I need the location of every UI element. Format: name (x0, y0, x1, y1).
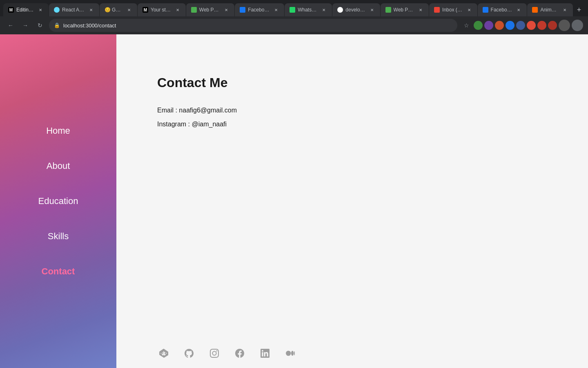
github-icon[interactable] (183, 347, 196, 360)
tab-favicon-facebook (240, 7, 245, 13)
facebook-icon[interactable] (233, 347, 246, 360)
page-layout: Home About Education Skills Contact Cont… (0, 34, 588, 368)
tab-title-inbox: Inbox (7... (442, 7, 463, 13)
tab-close-your-sto[interactable]: ✕ (174, 7, 181, 13)
tab-close-animate[interactable]: ✕ (561, 7, 568, 13)
tab-title-whatsapp: WhatsA... (298, 7, 318, 13)
content-area: Contact Me Email : naafig6@gmail.com Ins… (116, 34, 588, 339)
browser-chrome: M Editing... ✕ React Ap... ✕ 😊 Get... ✕ … (0, 0, 588, 34)
ext-icon-8[interactable] (548, 21, 557, 30)
back-button[interactable]: ← (5, 20, 16, 31)
page-title: Contact Me (157, 75, 564, 90)
tab-title-facebook: Faceboo... (248, 7, 270, 13)
ext-icon-5[interactable] (516, 21, 525, 30)
tab-close-get[interactable]: ✕ (126, 7, 132, 13)
tab-title-animate: Animat... (540, 7, 559, 13)
reload-button[interactable]: ↻ (34, 20, 46, 31)
main-content: Contact Me Email : naafig6@gmail.com Ins… (116, 34, 588, 368)
tab-fb2[interactable]: Faceboo... ✕ (478, 3, 527, 16)
tab-favicon-webpc (191, 7, 197, 13)
tab-favicon-editing: M (8, 7, 14, 13)
tab-animate[interactable]: Animat... ✕ (527, 3, 573, 16)
account-icon[interactable] (572, 20, 583, 31)
tab-close-facebook[interactable]: ✕ (273, 7, 279, 13)
tab-editing[interactable]: M Editing... ✕ (3, 3, 49, 16)
tab-bar: M Editing... ✕ React Ap... ✕ 😊 Get... ✕ … (0, 0, 588, 16)
tab-favicon-whatsapp (290, 7, 295, 13)
new-tab-button[interactable]: + (573, 4, 585, 16)
bookmark-icon[interactable]: ☆ (461, 20, 472, 31)
tab-favicon-fb2 (483, 7, 488, 13)
tab-close-editing[interactable]: ✕ (37, 7, 44, 13)
ext-icon-3[interactable] (495, 21, 504, 30)
nav-item-education[interactable]: Education (0, 184, 116, 219)
toolbar-icons: ☆ (461, 20, 583, 31)
tab-close-develop[interactable]: ✕ (369, 7, 375, 13)
tab-title-get: 😊 Get... (105, 7, 123, 13)
tab-whatsapp[interactable]: WhatsA... ✕ (285, 3, 332, 16)
nav-item-home[interactable]: Home (0, 113, 116, 148)
footer (116, 339, 588, 368)
profile-icon[interactable] (559, 20, 570, 31)
tab-close-webpc2[interactable]: ✕ (417, 7, 424, 13)
tab-react[interactable]: React Ap... ✕ (49, 3, 99, 16)
sidebar: Home About Education Skills Contact (0, 34, 116, 368)
codepen-icon[interactable] (157, 347, 170, 360)
ext-icon-6[interactable] (527, 21, 536, 30)
tab-close-whatsapp[interactable]: ✕ (321, 7, 327, 13)
tab-facebook[interactable]: Faceboo... ✕ (235, 3, 284, 16)
ext-icon-4[interactable] (506, 21, 514, 30)
tab-favicon-develop (337, 7, 343, 13)
lock-icon: 🔒 (54, 22, 60, 28)
tab-favicon-animate (532, 7, 538, 13)
url-text: localhost:3000/contact (63, 22, 116, 29)
forward-button[interactable]: → (20, 20, 31, 31)
tab-close-react[interactable]: ✕ (88, 7, 94, 13)
tab-title-webpc2: Web PC... (394, 7, 415, 13)
tab-webpc[interactable]: Web PC... ✕ (186, 3, 235, 16)
tab-get[interactable]: 😊 Get... ✕ (100, 3, 137, 16)
address-input[interactable]: 🔒 localhost:3000/contact (49, 19, 457, 32)
ext-icon-2[interactable] (484, 21, 493, 30)
address-bar: ← → ↻ 🔒 localhost:3000/contact ☆ (0, 16, 588, 34)
tab-close-inbox[interactable]: ✕ (466, 7, 472, 13)
nav-item-about[interactable]: About (0, 148, 116, 184)
instagram-icon[interactable] (208, 347, 221, 360)
tab-favicon-inbox (434, 7, 440, 13)
nav-item-contact[interactable]: Contact (0, 254, 116, 289)
tab-your-sto[interactable]: M Your sto... ✕ (138, 3, 186, 16)
tab-close-fb2[interactable]: ✕ (515, 7, 522, 13)
tab-title-react: React Ap... (62, 7, 85, 13)
instagram-line: Instagram : @iam_naafi (157, 121, 564, 128)
tab-favicon-react (54, 7, 60, 13)
tab-inbox[interactable]: Inbox (7... ✕ (429, 3, 477, 16)
tab-webpc2[interactable]: Web PC... ✕ (381, 3, 429, 16)
tab-close-webpc[interactable]: ✕ (223, 7, 229, 13)
contact-info: Email : naafig6@gmail.com Instagram : @i… (157, 107, 564, 128)
nav-item-skills[interactable]: Skills (0, 219, 116, 254)
tab-favicon-webpc2 (385, 7, 391, 13)
ext-icon-1[interactable] (474, 21, 483, 30)
tab-title-webpc: Web PC... (199, 7, 221, 13)
tab-title-editing: Editing... (16, 7, 35, 13)
medium-icon[interactable] (284, 347, 297, 360)
email-line: Email : naafig6@gmail.com (157, 107, 564, 114)
ext-icon-7[interactable] (537, 21, 546, 30)
tab-title-develop: develop... (345, 7, 366, 13)
tab-title-fb2: Faceboo... (491, 7, 513, 13)
linkedin-icon[interactable] (258, 347, 272, 360)
tab-title-your-sto: Your sto... (151, 7, 172, 13)
tab-develop[interactable]: develop... ✕ (332, 3, 380, 16)
tab-favicon-your-sto: M (143, 7, 148, 13)
